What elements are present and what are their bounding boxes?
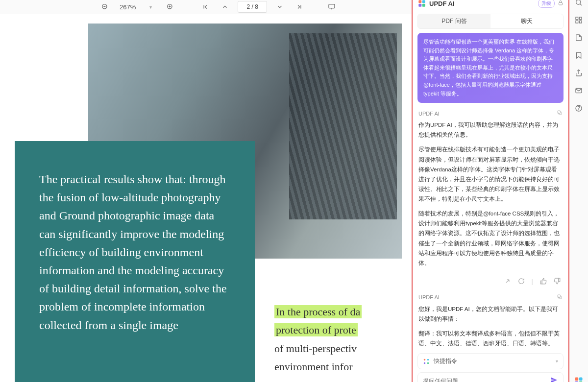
zoom-dropdown-icon[interactable]: ▾ [144,0,157,14]
help-icon[interactable] [573,103,584,114]
ai-tabs: PDF 问答 聊天 [417,14,564,29]
lock-icon[interactable] [558,0,564,7]
highlighted-text: In the process of da [274,305,362,318]
svg-point-33 [579,110,579,110]
updf-logo-icon [417,0,426,8]
quick-command-label: 快捷指令 [434,357,457,365]
body-text: method can quickl [274,376,412,382]
ai-conversation[interactable]: 尽管该功能有望创造一个更美丽的世界 在线排版，我们可能仍然会看到设计师选择像 V… [413,33,568,351]
svg-point-22 [424,362,426,364]
page-icon[interactable] [573,32,584,43]
svg-rect-7 [329,4,335,8]
tab-chat[interactable]: 聊天 [490,14,563,28]
svg-line-25 [580,4,582,5]
thumbs-down-icon[interactable] [554,278,561,286]
svg-rect-27 [579,17,582,20]
chat-input[interactable] [423,378,550,382]
svg-point-23 [427,362,429,364]
svg-rect-26 [576,17,578,20]
mail-icon[interactable] [573,85,584,96]
svg-rect-28 [576,21,578,23]
next-page-icon[interactable] [273,0,287,14]
ai-text: 尽管使用在线排版技术有可能创造一个更加美观的电子阅读体验，但设计师在面对屏幕显示… [418,144,563,204]
page-number-input[interactable] [238,1,267,13]
prev-page-icon[interactable] [218,0,232,14]
ai-rail-icon[interactable] [574,376,584,382]
zoom-percent[interactable]: 267% [118,3,138,11]
share-icon[interactable] [504,278,511,286]
quick-command-icon [423,358,430,365]
presentation-icon[interactable] [325,0,339,14]
last-page-icon[interactable] [293,0,306,14]
copy-icon[interactable] [557,110,563,117]
svg-rect-9 [418,0,421,3]
upgrade-badge[interactable]: 升级 [538,0,555,8]
svg-rect-34 [575,378,579,381]
document-viewport[interactable]: The practical results show that: through… [0,14,412,382]
bookmark-icon[interactable] [573,50,584,61]
svg-rect-29 [579,21,582,23]
ai-text: 随着技术的发展，特别是@font-face CSS规则的引入，设计师们能够利用t… [418,209,563,268]
svg-rect-16 [540,281,542,284]
search-icon[interactable] [573,0,584,8]
share-icon[interactable] [573,68,584,78]
document-right-column: In the process of da protection of prote… [274,303,412,382]
thumbnails-icon[interactable] [573,15,584,25]
ai-text: 翻译：我可以将文本翻译成多种语言，包括但不限于英语、中文、法语、德语、西班牙语、… [418,329,563,348]
main-area: The practical results show that: through… [0,14,588,382]
right-side-rail [569,0,588,382]
zoom-out-icon[interactable] [98,0,112,14]
ai-message: UPDF AI 作为UPDF AI，我可以帮助您理解这段话的内容，并为您提供相关… [417,108,564,288]
ai-sender-label: UPDF AI [418,111,440,117]
svg-point-21 [427,358,429,360]
message-actions: | [417,276,564,288]
ai-panel-title: UPDF AI [429,0,535,7]
chevron-down-icon: ▾ [556,358,558,364]
svg-rect-11 [418,4,421,7]
svg-rect-35 [579,378,583,381]
highlighted-text: protection of prote [274,323,358,336]
regenerate-icon[interactable] [518,278,525,286]
ai-message: UPDF AI 您好，我是UPDF AI，您的文档智能助手。以下是我可以做到的事… [417,292,564,351]
teal-paragraph: The practical results show that: through… [39,170,233,334]
svg-rect-17 [559,278,560,281]
quick-command-button[interactable]: 快捷指令 ▾ [417,353,564,369]
svg-point-20 [424,358,426,360]
zoom-in-icon[interactable] [163,0,177,14]
first-page-icon[interactable] [198,0,212,14]
svg-rect-10 [422,0,425,3]
teal-callout-box: The practical results show that: through… [15,141,255,382]
tab-pdf-qa[interactable]: PDF 问答 [418,14,490,28]
ai-panel: UPDF AI 升级 PDF 问答 聊天 尽管该功能有望创造一个更美丽的世界 在… [412,0,569,382]
send-icon[interactable] [550,376,558,382]
svg-rect-13 [559,2,563,5]
thumbs-up-icon[interactable] [540,278,547,286]
ai-text: 作为UPDF AI，我可以帮助您理解这段话的内容，并为您提供相关的信息。 [418,120,563,140]
copy-icon[interactable] [557,294,563,301]
user-message: 尽管该功能有望创造一个更美丽的世界 在线排版，我们可能仍然会看到设计师选择像 V… [417,33,564,103]
body-text: of multi-perspectiv [274,339,412,358]
ai-panel-header: UPDF AI 升级 [413,0,568,12]
ai-sender-label: UPDF AI [418,294,440,300]
chat-input-row [417,372,564,382]
body-text: environment infor [274,358,412,376]
svg-rect-12 [422,4,425,7]
svg-point-24 [576,0,581,4]
ai-text: 您好，我是UPDF AI，您的文档智能助手。以下是我可以做到的事情： [418,304,563,324]
